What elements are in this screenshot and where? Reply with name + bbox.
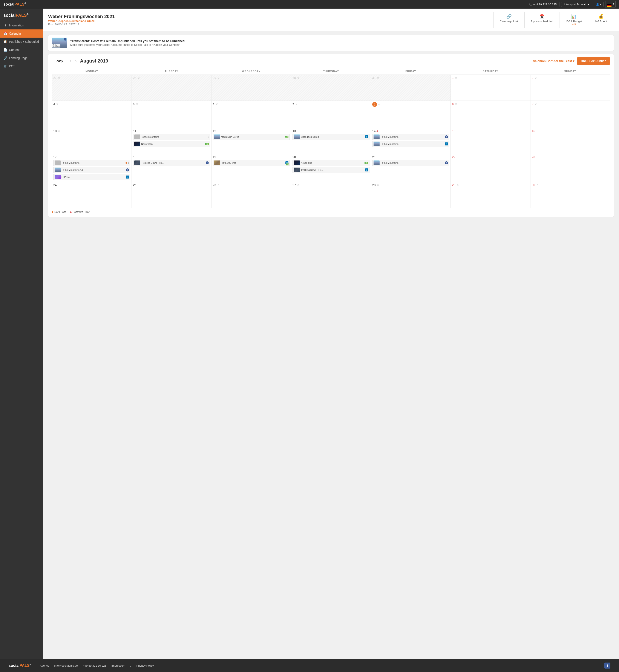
post-card-title: Trekking Down - FB... <box>301 169 364 171</box>
post-card-to-the-mountains-17[interactable]: To the Mountains ℹ <box>53 160 130 166</box>
language-selector[interactable]: ▾ <box>605 1 616 7</box>
calendar-cell-29: 29 ⊘ <box>451 182 531 208</box>
campaign-subtitle[interactable]: Weber-Stephen Deutschland GmbH <box>48 19 485 22</box>
top-nav-logo: socialPALS® <box>3 2 26 7</box>
campaign-title: Weber Frühlingswochen 2021 <box>48 14 485 19</box>
day-number: 4 ⊘ <box>133 102 210 105</box>
info-badge: ℹ <box>208 135 209 138</box>
day-number: 3 ⊘ <box>53 102 130 105</box>
ban-icon: ⊘ <box>378 103 380 106</box>
calendar-cell-5: 5 ⊘ <box>211 101 291 128</box>
sidebar-item-calendar[interactable]: 📅 Calendar <box>0 29 43 38</box>
top-nav-phone: 📞 +49 89 321 30 225 <box>526 2 559 7</box>
post-card-title: Mach Dich Bereit <box>301 136 364 138</box>
post-card-title: Haifa 100 kms <box>221 162 285 164</box>
info-badge: ℹ <box>128 161 129 164</box>
calendar-section: Today ‹ › August 2019 Salomon Born for t… <box>48 54 614 217</box>
error-dot <box>376 130 378 132</box>
stat-budget: 📊 100 € Budget edit <box>559 12 588 28</box>
post-card-never-stop-11[interactable]: Never stop AD <box>133 141 210 147</box>
today-button[interactable]: Today <box>52 58 66 64</box>
day-number: 15 <box>452 129 529 133</box>
day-number: 17 <box>53 155 130 159</box>
post-card-mach-dich-bereit-13[interactable]: Mach Dich Bereit in <box>292 134 369 140</box>
sidebar-item-information[interactable]: ℹ Information <box>0 21 43 29</box>
prev-month-button[interactable]: ‹ <box>69 58 72 64</box>
post-card-thumbnail <box>55 175 61 179</box>
day-number: 25 <box>133 183 210 187</box>
calendar-cell-jul30: 30 ⊘ <box>291 75 371 101</box>
sidebar-item-pos[interactable]: 🛒 POS <box>0 62 43 70</box>
footer-phone: +49 89 321 30 225 <box>83 664 107 667</box>
notice-text: "Transparent" Posts will remain Unpublis… <box>70 39 185 47</box>
budget-edit[interactable]: edit <box>572 23 576 26</box>
post-card-to-the-mountains-14b[interactable]: To the Mountains in <box>372 141 449 147</box>
calendar-cell-14: 14 To the Mountains f To the Mountains i… <box>371 128 451 154</box>
day-number: 10 ⊘ <box>53 129 130 133</box>
post-card-trekking-down-20[interactable]: Trekking Down - FB... in <box>292 167 369 173</box>
header-tuesday: TUESDAY <box>132 68 211 75</box>
post-card-thumbnail <box>214 160 220 165</box>
calendar-cell-28: 28 ⊘ <box>371 182 451 208</box>
calendar-month-title: August 2019 <box>80 58 530 64</box>
calendar-cell-8: 8 ⊘ <box>451 101 531 128</box>
day-number: 30 ⊘ <box>532 183 609 187</box>
calendar-cell-7: 7 ⊘ <box>371 101 451 128</box>
campaign-dates: From 20/06/18 To 25/07/18 <box>48 23 485 26</box>
footer-facebook-icon[interactable]: f <box>604 663 610 669</box>
linkedin-badge: in <box>365 135 368 138</box>
one-click-publish-button[interactable]: One Click Publish <box>577 57 610 65</box>
campaign-selector[interactable]: Salomon Born for the Blast ▾ <box>533 59 574 63</box>
calendar-cell-4: 4 ⊘ <box>132 101 211 128</box>
top-nav-account[interactable]: Intersport Schwab ▾ <box>561 2 592 7</box>
post-card-thumbnail <box>294 160 300 165</box>
post-card-to-the-mountains-21[interactable]: To the Mountains f <box>372 160 449 166</box>
footer-agency-link[interactable]: Agency <box>40 664 49 667</box>
day-number: 31 ⊘ <box>372 76 449 79</box>
post-card-to-the-mountains-ad-17[interactable]: To the Mountains Ad f <box>53 167 130 173</box>
calendar-cell-9: 9 ⊘ <box>531 101 610 128</box>
calendar-cell-3: 3 ⊘ <box>52 101 132 128</box>
main-layout: socialPALS® ℹ Information 📅 Calendar 📋 P… <box>0 9 619 659</box>
calendar-cell-20: 20 Never stop AD Trekking Down - FB... i… <box>291 154 371 182</box>
calendar-cell-21: 21 To the Mountains f <box>371 154 451 182</box>
sidebar-item-content[interactable]: 📄 Content <box>0 46 43 54</box>
legend-dark-post: Dark Post <box>52 211 66 214</box>
linkedin-badge: in <box>445 142 448 145</box>
ban-icon: ⊘ <box>457 184 459 186</box>
post-card-to-the-mountains-14a[interactable]: To the Mountains f <box>372 134 449 140</box>
footer-impressum-link[interactable]: Impressum <box>112 664 125 667</box>
post-card-thumbnail <box>294 135 300 139</box>
ad-badge: AD <box>286 163 289 165</box>
post-card-title: Trekking Down - FB... <box>141 162 205 164</box>
ban-icon: ⊘ <box>535 102 537 105</box>
footer-privacy-link[interactable]: Privacy Policy <box>136 664 154 667</box>
post-card-mach-dich-bereit-12[interactable]: Mach Dich Bereit AD <box>213 134 290 140</box>
ad-badge: AD <box>364 162 368 164</box>
calendar-cell-24: 24 <box>52 182 132 208</box>
post-card-trekking-down-18[interactable]: Trekking Down - FB... f <box>133 160 210 166</box>
post-card-thumbnail <box>214 135 220 139</box>
post-card-title: Never stop <box>301 162 364 164</box>
day-number: 12 <box>213 129 290 133</box>
post-card-el-paso-17[interactable]: El Paso in <box>53 174 130 180</box>
post-card-thumbnail <box>373 135 380 139</box>
pos-icon: 🛒 <box>3 64 7 68</box>
post-card-haifa-100kms-19[interactable]: Haifa 100 kms in AD <box>213 160 290 166</box>
next-month-button[interactable]: › <box>74 58 77 64</box>
published-icon: 📋 <box>3 40 7 44</box>
landing-page-icon: 🔗 <box>3 56 7 60</box>
header-sunday: SUNDAY <box>531 68 610 75</box>
sidebar-item-landing-page[interactable]: 🔗 Landing Page <box>0 54 43 62</box>
day-number: 29 ⊘ <box>452 183 529 187</box>
stat-campaign-link[interactable]: 🔗 Campaign Link <box>493 12 525 28</box>
ban-icon: ⊘ <box>217 76 219 79</box>
post-card-never-stop-20[interactable]: Never stop AD <box>292 160 369 166</box>
header-wednesday: WEDNESDAY <box>211 68 291 75</box>
sidebar-item-published[interactable]: 📋 Published / Scheduled <box>0 38 43 46</box>
ad-badge: AD <box>205 143 209 145</box>
top-nav-user[interactable]: 👤 ▾ <box>594 2 604 7</box>
posts-scheduled-icon: 📅 <box>539 14 545 19</box>
post-card-to-the-mountains-11[interactable]: To the Mountains ℹ <box>133 134 210 140</box>
post-card-title: To the Mountains Ad <box>62 169 125 171</box>
